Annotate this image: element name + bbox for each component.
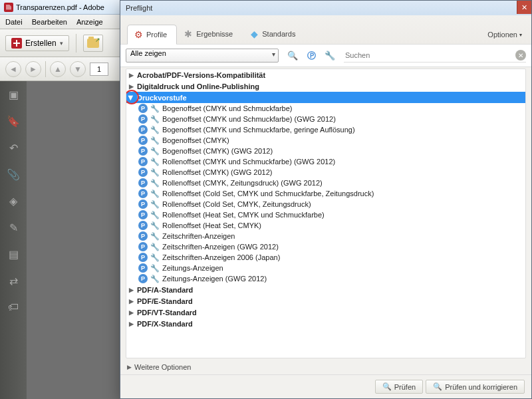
profile-tree[interactable]: ▶Acrobat/PDF-Versions-Kompatibilität▶Dig… (126, 68, 526, 358)
check-button[interactable]: 🔍 Prüfen (375, 380, 423, 394)
filter-btn-2[interactable]: Ⓟ (303, 48, 320, 64)
profile-row[interactable]: P🔧Zeitschriften-Anzeigen (126, 231, 525, 241)
profile-row[interactable]: P🔧Bogenoffset (CMYK und Schmuckfarbe) (126, 103, 525, 114)
more-options-label: Weitere Optionen (134, 363, 191, 371)
category-row[interactable]: ▶Digitaldruck und Online-Publishing (126, 80, 525, 92)
page-up-button[interactable]: ▲ (50, 61, 66, 77)
magnifier-wrench-icon: 🔍 (433, 382, 442, 391)
wrench-icon: 🔧 (150, 275, 160, 283)
profile-label: Zeitungs-Anzeigen (162, 264, 223, 272)
profile-row[interactable]: P🔧Zeitungs-Anzeigen (GWG 2012) (126, 273, 525, 284)
nav-prev-button[interactable]: ◄ (5, 61, 21, 77)
undo-icon[interactable]: ↶ (7, 141, 20, 154)
profile-row[interactable]: P🔧Zeitschriften-Anzeigen 2006 (Japan) (126, 252, 525, 263)
tab-results[interactable]: ✱ Ergebnisse (177, 24, 243, 44)
profile-row[interactable]: P🔧Rollenoffset (Heat Set, CMYK) (126, 220, 525, 231)
page-down-button[interactable]: ▼ (70, 61, 86, 77)
profile-label: Rollenoffset (CMYK, Zeitungsdruck) (GWG … (162, 179, 323, 187)
profile-row[interactable]: P🔧Bogenoffset (CMYK und Schmuckfarbe) (G… (126, 114, 525, 124)
category-row[interactable]: ▶PDF/VT-Standard (126, 307, 525, 318)
filter-btn-1[interactable]: 🔍 (284, 48, 301, 64)
profile-badge-icon: P (138, 157, 148, 166)
filter-select[interactable]: Alle zeigen (126, 49, 279, 63)
profile-badge-icon: P (138, 136, 148, 145)
create-button[interactable]: Erstellen ▾ (5, 35, 69, 51)
tab-standards[interactable]: ◆ Standards (243, 24, 305, 44)
menu-bearbeiten[interactable]: Bearbeiten (32, 18, 67, 26)
profile-row[interactable]: P🔧Rollenoffset (CMYK und Schmuckfarbe) (… (126, 156, 525, 167)
category-row[interactable]: ▶PDF/X-Standard (126, 318, 525, 329)
thumbnail-icon[interactable]: ▣ (7, 88, 20, 101)
menu-datei[interactable]: Datei (5, 18, 23, 26)
profile-row[interactable]: P🔧Bogenoffset (CMYK und Schmuckfarbe, ge… (126, 124, 525, 135)
category-label: PDF/VT-Standard (137, 309, 197, 317)
transfer-icon[interactable]: ⇄ (7, 274, 20, 287)
toolbar-divider (76, 34, 76, 53)
profile-label: Rollenoffset (CMYK) (GWG 2012) (162, 168, 272, 176)
profile-row[interactable]: P🔧Rollenoffset (Cold Set, CMYK und Schmu… (126, 188, 525, 199)
category-label: PDF/A-Standard (137, 286, 193, 294)
search-clear-button[interactable]: ✕ (515, 50, 526, 61)
wrench-icon: 🔧 (150, 211, 160, 219)
menu-anzeige[interactable]: Anzeige (76, 18, 103, 26)
category-label: Druckvorstufe (137, 94, 187, 102)
folder-icon (87, 39, 99, 48)
category-row[interactable]: ▶Druckvorstufe (126, 92, 525, 103)
plus-icon (11, 38, 22, 49)
tab-profile[interactable]: ⚙ Profile (127, 25, 177, 45)
wrench-icon: 🔧 (150, 104, 160, 113)
close-button[interactable]: ✕ (517, 1, 531, 14)
nav-next-button[interactable]: ► (25, 61, 41, 77)
profile-row[interactable]: P🔧Rollenoffset (Cold Set, CMYK, Zeitungs… (126, 199, 525, 209)
open-button[interactable] (83, 35, 103, 52)
check-fix-button[interactable]: 🔍 Prüfen und korrigieren (426, 380, 525, 394)
signature-icon[interactable]: ✎ (7, 221, 20, 234)
check-label: Prüfen (394, 383, 416, 391)
dialog-titlebar[interactable]: Preflight ✕ (120, 1, 531, 15)
profile-row[interactable]: P🔧Bogenoffset (CMYK) (GWG 2012) (126, 146, 525, 156)
triangle-right-icon: ▶ (128, 321, 134, 327)
profile-label: Zeitschriften-Anzeigen (162, 232, 235, 240)
profile-badge-icon: P (138, 104, 148, 113)
profile-label: Bogenoffset (CMYK und Schmuckfarbe) (GWG… (162, 115, 336, 123)
wrench-icon: 🔧 (150, 200, 160, 209)
close-icon: ✕ (518, 52, 523, 59)
profile-badge-icon: P (138, 114, 148, 124)
more-options-toggle[interactable]: ▶ Weitere Optionen (120, 360, 531, 374)
wrench-icon: 🔧 (150, 115, 160, 124)
results-icon: ✱ (183, 29, 194, 39)
pdf-logo-icon (4, 3, 13, 12)
options-menu[interactable]: Optionen ▾ (487, 31, 525, 44)
tags-icon[interactable]: 🏷 (7, 301, 20, 314)
profile-icon: ⚙ (133, 29, 144, 40)
page-number-input[interactable]: 1 (90, 63, 108, 76)
profile-badge-icon: P (138, 274, 148, 283)
wrench-icon: 🔧 (150, 126, 160, 134)
magnifier-icon: 🔍 (382, 382, 392, 391)
profile-row[interactable]: P🔧Zeitschriften-Anzeigen (GWG 2012) (126, 241, 525, 252)
profile-row[interactable]: P🔧Rollenoffset (CMYK, Zeitungsdruck) (GW… (126, 178, 525, 188)
tab-profile-label: Profile (146, 31, 167, 39)
profile-label: Rollenoffset (Cold Set, CMYK, Zeitungsdr… (162, 200, 311, 208)
profile-row[interactable]: P🔧Rollenoffset (CMYK) (GWG 2012) (126, 167, 525, 178)
triangle-right-icon: ▶ (128, 309, 134, 316)
wrench-icon: 🔧 (325, 51, 335, 61)
bookmark-icon[interactable]: 🔖 (7, 114, 20, 128)
profile-row[interactable]: P🔧Rollenoffset (Heat Set, CMYK und Schmu… (126, 209, 525, 220)
profile-row[interactable]: P🔧Zeitungs-Anzeigen (126, 263, 525, 273)
wrench-icon: 🔧 (150, 147, 160, 156)
profile-row[interactable]: P🔧Bogenoffset (CMYK) (126, 135, 525, 146)
profile-label: Rollenoffset (Cold Set, CMYK und Schmuck… (162, 190, 374, 198)
category-row[interactable]: ▶PDF/A-Standard (126, 284, 525, 295)
wrench-icon: 🔧 (150, 221, 160, 230)
filter-btn-3[interactable]: 🔧 (321, 48, 338, 64)
layers-icon[interactable]: ◈ (7, 194, 20, 207)
search-input[interactable] (344, 49, 511, 62)
side-rail: ▣ 🔖 ↶ 📎 ◈ ✎ ▤ ⇄ 🏷 (0, 81, 27, 399)
document-icon[interactable]: ▤ (7, 247, 20, 261)
category-row[interactable]: ▶Acrobat/PDF-Versions-Kompatibilität (126, 69, 525, 80)
category-row[interactable]: ▶PDF/E-Standard (126, 295, 525, 307)
close-icon: ✕ (521, 3, 527, 12)
triangle-right-icon: ▶ (128, 287, 134, 293)
attachment-icon[interactable]: 📎 (7, 168, 20, 181)
